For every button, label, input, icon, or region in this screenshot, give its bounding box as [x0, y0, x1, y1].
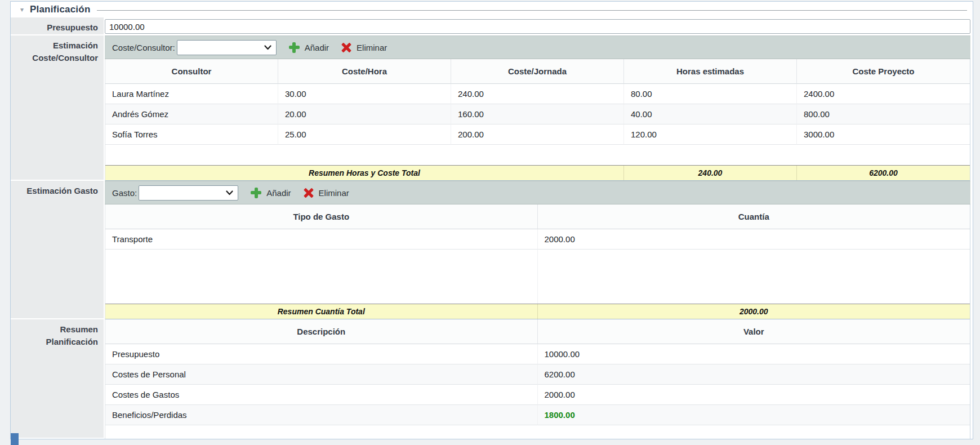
expense-add-button-label: Añadir [266, 188, 291, 198]
expense-total: 2000.00 [538, 304, 970, 319]
consultant-label-line1: Estimación [13, 39, 98, 52]
consultant-label-line2: Coste/Consultor [13, 52, 98, 64]
column-header-tipo-gasto: Tipo de Gasto [105, 204, 538, 229]
expense-select[interactable] [139, 185, 238, 201]
cell-coste-jornada: 200.00 [451, 124, 624, 145]
cell-coste-proyecto: 2400.00 [797, 84, 970, 104]
consultant-summary-label: Resumen Horas y Coste Total [105, 166, 624, 180]
consultant-table: Consultor Coste/Hora Coste/Jornada Horas… [105, 59, 970, 181]
planning-summary-label-line1: Resumen [13, 323, 98, 336]
table-row[interactable]: Laura Martínez 30.00 240.00 80.00 2400.0… [105, 84, 970, 104]
cell-consultor: Sofía Torres [105, 124, 278, 145]
consultant-add-button-label: Añadir [305, 43, 329, 52]
section-header-rule [97, 10, 967, 11]
cell-consultor: Laura Martínez [105, 84, 278, 104]
table-row[interactable]: Costes de Gastos 2000.00 [105, 385, 970, 405]
budget-label: Presupuesto [11, 17, 105, 35]
consultant-select[interactable] [177, 40, 277, 55]
expense-section: Estimación Gasto Gasto: Añadir Eliminar [11, 181, 973, 319]
section-title: Planificación [30, 4, 90, 15]
chevron-down-icon [226, 190, 233, 195]
expense-table-header-row: Tipo de Gasto Cuantía [105, 204, 970, 229]
planning-summary-label: Resumen Planificación [11, 319, 105, 439]
column-header-valor: Valor [538, 319, 970, 344]
cell-valor: 10000.00 [538, 344, 970, 364]
cell-cuantia: 2000.00 [538, 229, 970, 250]
consultant-add-button[interactable]: Añadir [289, 42, 329, 53]
consultant-section: Estimación Coste/Consultor Coste/Consult… [11, 35, 973, 181]
expense-section-content: Gasto: Añadir Eliminar Ti [105, 181, 973, 319]
cell-consultor: Andrés Gómez [105, 104, 278, 124]
empty-table-space [105, 425, 970, 439]
table-row[interactable]: Beneficios/Perdidas 1800.00 [105, 405, 970, 425]
table-row[interactable]: Andrés Gómez 20.00 160.00 40.00 800.00 [105, 104, 970, 124]
cell-horas-estimadas: 120.00 [624, 124, 797, 145]
chevron-down-icon [264, 45, 271, 50]
column-header-horas-estimadas: Horas estimadas [624, 59, 797, 84]
section-header: ▾ Planificación [11, 2, 973, 17]
x-icon [341, 42, 351, 52]
cell-coste-hora: 25.00 [278, 124, 451, 145]
cost-total: 6200.00 [797, 166, 970, 180]
cell-tipo-gasto: Transporte [105, 229, 538, 250]
cell-horas-estimadas: 40.00 [624, 104, 797, 124]
summary-table-header-row: Descripción Valor [105, 319, 970, 344]
cell-descripcion: Costes de Personal [105, 364, 538, 385]
column-header-cuantia: Cuantía [538, 204, 970, 229]
column-header-coste-jornada: Coste/Jornada [451, 59, 624, 84]
expense-remove-button[interactable]: Eliminar [304, 188, 349, 198]
expense-summary-row: Resumen Cuantía Total 2000.00 [105, 304, 970, 319]
table-row[interactable]: Transporte 2000.00 [105, 229, 970, 250]
budget-input[interactable] [105, 19, 970, 34]
x-icon [304, 188, 314, 198]
cell-coste-hora: 20.00 [278, 104, 451, 124]
cell-valor: 2000.00 [538, 385, 970, 405]
consultant-toolbar: Coste/Consultor: Añadir Eliminar [105, 35, 970, 59]
budget-row: Presupuesto [11, 17, 973, 35]
expense-summary-label: Resumen Cuantía Total [105, 304, 538, 319]
hours-total: 240.00 [624, 166, 797, 180]
cell-coste-jornada: 160.00 [451, 104, 624, 124]
consultant-select-label: Coste/Consultor: [112, 43, 175, 52]
cell-descripcion: Beneficios/Perdidas [105, 405, 538, 425]
cell-horas-estimadas: 80.00 [624, 84, 797, 104]
consultant-section-label: Estimación Coste/Consultor [11, 35, 105, 181]
cell-coste-jornada: 240.00 [451, 84, 624, 104]
cell-coste-hora: 30.00 [278, 84, 451, 104]
plus-icon [289, 42, 300, 53]
consultant-section-content: Coste/Consultor: Añadir Eliminar [105, 35, 973, 181]
consultant-remove-button-label: Eliminar [357, 43, 387, 52]
panel-corner-accent [11, 433, 19, 445]
expense-toolbar: Gasto: Añadir Eliminar [105, 181, 970, 204]
collapse-section-icon[interactable]: ▾ [16, 6, 28, 13]
cell-coste-proyecto: 3000.00 [797, 124, 970, 145]
column-header-consultor: Consultor [105, 59, 278, 84]
empty-column-divider [105, 250, 538, 304]
expense-add-button[interactable]: Añadir [251, 188, 291, 198]
planning-summary-label-line2: Planificación [13, 336, 98, 348]
planning-summary-content: Descripción Valor Presupuesto 10000.00 C… [105, 319, 973, 439]
planificacion-panel: ▾ Planificación Presupuesto Estimación C… [10, 1, 973, 439]
consultant-table-header-row: Consultor Coste/Hora Coste/Jornada Horas… [105, 59, 970, 84]
expense-section-label: Estimación Gasto [11, 181, 105, 319]
cell-coste-proyecto: 800.00 [797, 104, 970, 124]
expense-table: Tipo de Gasto Cuantía Transporte 2000.00… [105, 204, 970, 319]
column-header-descripcion: Descripción [105, 319, 538, 344]
expense-select-label: Gasto: [112, 188, 137, 198]
table-row[interactable]: Sofía Torres 25.00 200.00 120.00 3000.00 [105, 124, 970, 145]
empty-table-space [105, 145, 970, 165]
consultant-remove-button[interactable]: Eliminar [341, 42, 387, 52]
cell-descripcion: Presupuesto [105, 344, 538, 364]
cell-valor: 6200.00 [538, 364, 970, 385]
budget-field-cell [105, 17, 973, 35]
empty-table-space [105, 250, 970, 304]
consultant-summary-row: Resumen Horas y Coste Total 240.00 6200.… [105, 165, 970, 181]
planning-summary-section: Resumen Planificación Descripción Valor … [11, 319, 973, 439]
table-row[interactable]: Presupuesto 10000.00 [105, 344, 970, 364]
cell-valor-profit: 1800.00 [538, 405, 970, 425]
table-row[interactable]: Costes de Personal 6200.00 [105, 364, 970, 385]
expense-remove-button-label: Eliminar [319, 188, 349, 198]
column-header-coste-proyecto: Coste Proyecto [797, 59, 970, 84]
cell-descripcion: Costes de Gastos [105, 385, 538, 405]
column-header-coste-hora: Coste/Hora [278, 59, 451, 84]
